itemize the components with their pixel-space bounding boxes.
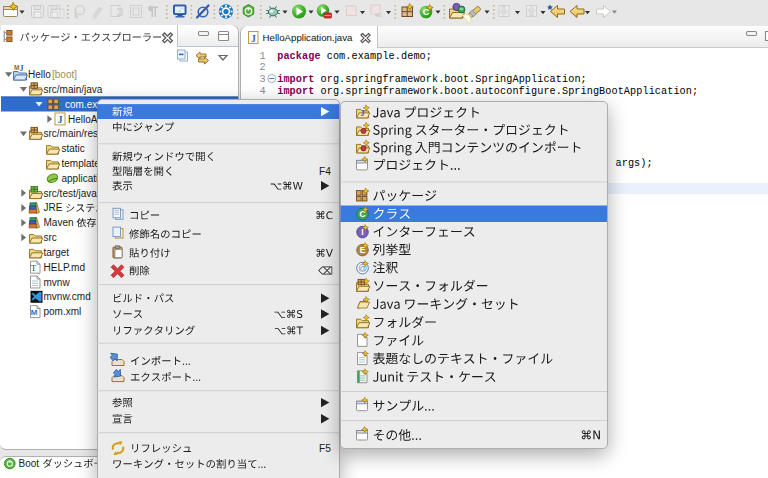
svg-text:J: J <box>361 109 365 118</box>
svg-text:I: I <box>361 227 363 237</box>
